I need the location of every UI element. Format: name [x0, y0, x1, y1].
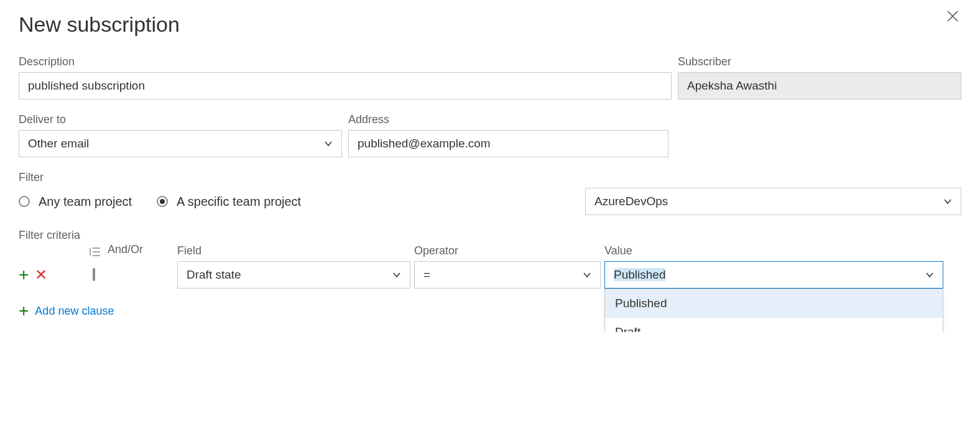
dropdown-option-published[interactable]: Published	[605, 289, 943, 318]
filter-criteria-label: Filter criteria	[19, 229, 80, 241]
radio-any-label: Any team project	[39, 195, 132, 209]
close-icon[interactable]	[944, 6, 961, 29]
deliver-to-label: Deliver to	[19, 113, 342, 126]
andor-checkbox[interactable]	[93, 268, 95, 281]
dropdown-option-draft[interactable]: Draft	[605, 318, 943, 332]
description-label: Description	[19, 55, 672, 68]
address-input[interactable]	[348, 130, 668, 157]
value-value: Published	[614, 268, 665, 282]
operator-header: Operator	[414, 244, 458, 257]
field-header: Field	[177, 244, 201, 257]
project-select[interactable]: AzureDevOps	[585, 188, 961, 215]
add-clause-text: Add new clause	[35, 305, 114, 318]
subscriber-field: Apeksha Awasthi	[678, 72, 961, 99]
add-clause-icon[interactable]: +	[19, 266, 29, 284]
subscriber-label: Subscriber	[678, 55, 961, 68]
plus-icon: +	[19, 302, 29, 320]
chevron-down-icon	[925, 271, 934, 279]
value-dropdown: Published Draft	[604, 289, 943, 332]
deliver-to-select[interactable]: Other email	[19, 130, 342, 157]
value-header: Value	[604, 244, 632, 257]
radio-any-project[interactable]	[19, 196, 30, 207]
value-select[interactable]: Published	[604, 261, 943, 289]
description-input[interactable]	[19, 72, 672, 99]
chevron-down-icon	[943, 197, 952, 206]
deliver-to-value: Other email	[28, 137, 89, 150]
chevron-down-icon	[392, 271, 401, 279]
field-select[interactable]: Draft state	[177, 261, 410, 289]
project-value: AzureDevOps	[594, 195, 668, 208]
chevron-down-icon	[324, 139, 333, 148]
field-value: Draft state	[187, 268, 241, 282]
operator-select[interactable]: =	[414, 261, 601, 289]
remove-clause-icon[interactable]: ✕	[35, 267, 47, 282]
group-clause-icon	[89, 247, 101, 257]
filter-label: Filter	[19, 171, 44, 183]
radio-specific-label: A specific team project	[177, 195, 301, 209]
radio-specific-project[interactable]	[157, 196, 168, 207]
andor-header: And/Or	[108, 243, 143, 256]
chevron-down-icon	[583, 271, 591, 279]
operator-value: =	[423, 268, 430, 282]
address-label: Address	[348, 113, 668, 126]
page-title: New subscription	[19, 12, 180, 37]
